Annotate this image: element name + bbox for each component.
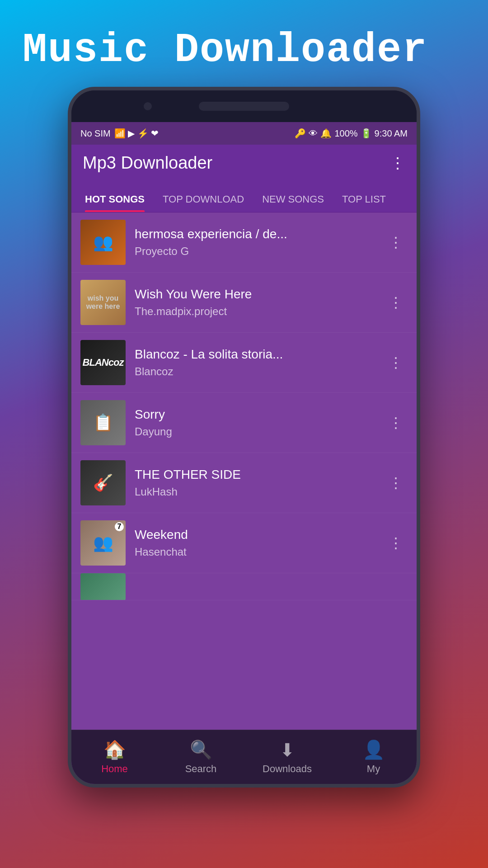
bell-icon: 🔔 <box>320 128 332 139</box>
battery-level: 100% <box>334 128 357 139</box>
song-title: THE OTHER SIDE <box>135 467 384 482</box>
battery-icon: 🔋 <box>361 128 372 139</box>
status-left: No SIM 📶 ▶ ⚡ ❤ <box>80 128 159 139</box>
song-more-button[interactable]: ⋮ <box>384 410 408 436</box>
song-more-button[interactable]: ⋮ <box>384 289 408 316</box>
song-item[interactable]: 🎸 THE OTHER SIDE LukHash ⋮ <box>71 453 417 513</box>
header-menu-button[interactable]: ⋮ <box>390 154 405 172</box>
song-info: hermosa experiencia / de... Proyecto G <box>135 227 384 258</box>
song-item[interactable]: 👥 hermosa experiencia / de... Proyecto G… <box>71 212 417 273</box>
app-title: Music Downloader <box>0 0 488 87</box>
song-artist: Hasenchat <box>135 546 384 558</box>
app-header-title: Mp3 Downloader <box>83 153 212 173</box>
tab-new-songs[interactable]: NEW SONGS <box>253 187 333 212</box>
song-title: Weekend <box>135 528 384 542</box>
clock: 9:30 AM <box>375 128 408 139</box>
song-title: Blancoz - La solita storia... <box>135 347 384 362</box>
song-title: Sorry <box>135 407 384 422</box>
song-title: hermosa experiencia / de... <box>135 227 384 241</box>
tab-top-download[interactable]: TOP DOWNLOAD <box>154 187 253 212</box>
sim-status: No SIM <box>80 128 111 139</box>
song-artist: Blancoz <box>135 365 384 378</box>
status-bar: No SIM 📶 ▶ ⚡ ❤ 🔑 👁 🔔 100% 🔋 9:30 AM <box>71 122 417 145</box>
song-info: Blancoz - La solita storia... Blancoz <box>135 347 384 378</box>
song-thumbnail: 👥 7 <box>80 520 126 566</box>
phone-notch <box>71 90 417 122</box>
nav-my-label: My <box>367 763 380 775</box>
nav-search[interactable]: 🔍 Search <box>174 739 228 775</box>
status-right: 🔑 👁 🔔 100% 🔋 9:30 AM <box>295 128 408 139</box>
song-info <box>135 585 408 589</box>
song-more-button[interactable]: ⋮ <box>384 349 408 376</box>
nav-search-label: Search <box>185 763 217 775</box>
nav-home-label: Home <box>101 763 128 775</box>
phone-screen: No SIM 📶 ▶ ⚡ ❤ 🔑 👁 🔔 100% 🔋 9:30 AM Mp3 … <box>71 122 417 784</box>
song-item[interactable]: 👥 7 Weekend Hasenchat ⋮ <box>71 513 417 573</box>
song-more-button[interactable]: ⋮ <box>384 470 408 496</box>
song-item[interactable] <box>71 573 417 600</box>
song-item[interactable]: BLANcoz Blancoz - La solita storia... Bl… <box>71 333 417 393</box>
home-icon: 🏠 <box>103 739 126 760</box>
song-more-button[interactable]: ⋮ <box>384 530 408 556</box>
phone-device: No SIM 📶 ▶ ⚡ ❤ 🔑 👁 🔔 100% 🔋 9:30 AM Mp3 … <box>68 87 420 788</box>
song-thumbnail: 🎸 <box>80 460 126 505</box>
song-info: Sorry Dayung <box>135 407 384 438</box>
nav-downloads-label: Downloads <box>263 763 312 775</box>
search-icon: 🔍 <box>190 739 212 760</box>
tab-hot-songs[interactable]: HOT SONGS <box>76 187 154 212</box>
song-more-button[interactable]: ⋮ <box>384 229 408 255</box>
status-icons: 📶 ▶ ⚡ ❤ <box>114 128 159 139</box>
song-thumbnail: 📋 <box>80 400 126 445</box>
user-icon: 👤 <box>362 739 385 760</box>
song-artist: The.madpix.project <box>135 305 384 318</box>
speaker <box>199 102 289 111</box>
song-artist: Dayung <box>135 425 384 438</box>
camera-dot <box>144 102 152 110</box>
song-thumbnail: wish you were here <box>80 280 126 325</box>
song-item[interactable]: 📋 Sorry Dayung ⋮ <box>71 393 417 453</box>
nav-my[interactable]: 👤 My <box>347 739 401 775</box>
thumb-label: BLANcoz <box>83 357 124 368</box>
song-title: Wish You Were Here <box>135 287 384 302</box>
download-icon: ⬇ <box>280 740 295 760</box>
eye-icon: 👁 <box>309 128 318 139</box>
song-info: Wish You Were Here The.madpix.project <box>135 287 384 318</box>
song-artist: Proyecto G <box>135 245 384 258</box>
song-thumbnail: BLANcoz <box>80 340 126 385</box>
songs-list: 👥 hermosa experiencia / de... Proyecto G… <box>71 212 417 730</box>
song-item[interactable]: wish you were here Wish You Were Here Th… <box>71 273 417 333</box>
tab-top-list[interactable]: TOP LIST <box>333 187 395 212</box>
bottom-nav: 🏠 Home 🔍 Search ⬇ Downloads 👤 My <box>71 730 417 784</box>
song-artist: LukHash <box>135 486 384 498</box>
song-info: THE OTHER SIDE LukHash <box>135 467 384 498</box>
song-thumbnail <box>80 573 126 600</box>
nav-downloads[interactable]: ⬇ Downloads <box>260 740 314 775</box>
song-thumbnail: 👥 <box>80 220 126 265</box>
song-info: Weekend Hasenchat <box>135 528 384 558</box>
app-header: Mp3 Downloader ⋮ <box>71 145 417 181</box>
key-icon: 🔑 <box>295 128 306 139</box>
tabs-bar: HOT SONGS TOP DOWNLOAD NEW SONGS TOP LIS… <box>71 181 417 212</box>
nav-home[interactable]: 🏠 Home <box>88 739 142 775</box>
thumb-badge: 7 <box>115 522 124 531</box>
